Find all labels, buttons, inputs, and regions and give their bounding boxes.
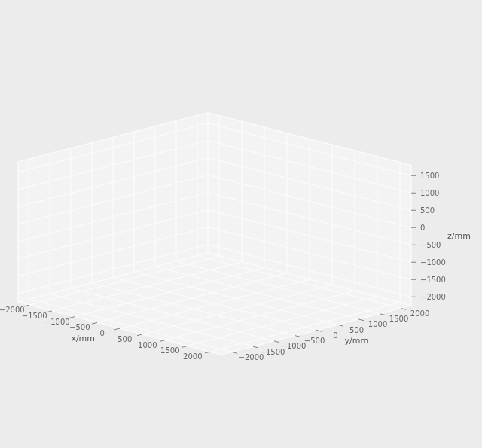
x-tick-label: −2000	[0, 306, 25, 314]
svg-line-76	[295, 336, 300, 337]
svg-line-74	[253, 346, 258, 348]
y-tick-label: 2000	[410, 309, 429, 317]
y-tick-label: 0	[333, 331, 337, 339]
y-tick-label: −500	[304, 337, 325, 345]
y-tick-label: 1000	[368, 320, 387, 328]
z-tick-label: −1000	[420, 258, 446, 267]
z-tick-label: 500	[420, 206, 435, 215]
svg-line-77	[316, 330, 322, 331]
svg-line-80	[380, 314, 385, 315]
svg-line-66	[69, 317, 75, 318]
x-tick-label: −1500	[22, 311, 47, 319]
y-tick-label: 1500	[389, 315, 408, 323]
svg-line-64	[24, 305, 29, 306]
z-tick-label: −500	[420, 241, 441, 249]
z-tick-label: 1000	[420, 189, 439, 197]
chart-3d-axes: −2000−1500−1000−5000500100015002000−2000…	[0, 0, 482, 448]
svg-line-70	[160, 340, 165, 342]
x-tick-label: 2000	[183, 352, 202, 361]
x-tick-label: 0	[100, 329, 105, 337]
svg-line-65	[47, 311, 52, 312]
x-axis-label: x/mm	[71, 333, 95, 343]
axes-grid-svg	[0, 0, 482, 448]
svg-line-79	[358, 319, 364, 321]
svg-line-72	[205, 352, 210, 353]
y-tick-label: −1000	[281, 342, 307, 350]
z-tick-label: 0	[420, 224, 425, 232]
svg-line-69	[137, 334, 142, 336]
svg-line-68	[114, 328, 120, 330]
z-tick-label: −1500	[420, 276, 446, 284]
z-tick-label: −2000	[420, 293, 446, 301]
z-tick-label: 1500	[420, 172, 439, 180]
x-tick-label: −1000	[44, 317, 70, 325]
y-tick-label: 500	[349, 325, 364, 334]
svg-line-67	[92, 322, 97, 324]
x-tick-label: 500	[117, 334, 132, 343]
y-axis-label: y/mm	[345, 336, 369, 346]
svg-line-71	[182, 346, 188, 347]
svg-line-78	[337, 325, 343, 326]
svg-line-81	[401, 308, 406, 309]
z-axis-label: z/mm	[447, 230, 471, 240]
x-tick-label: −500	[69, 323, 90, 331]
svg-line-75	[274, 341, 279, 343]
x-tick-label: 1500	[160, 346, 179, 355]
x-tick-label: 1000	[138, 340, 157, 349]
svg-line-73	[232, 352, 237, 353]
